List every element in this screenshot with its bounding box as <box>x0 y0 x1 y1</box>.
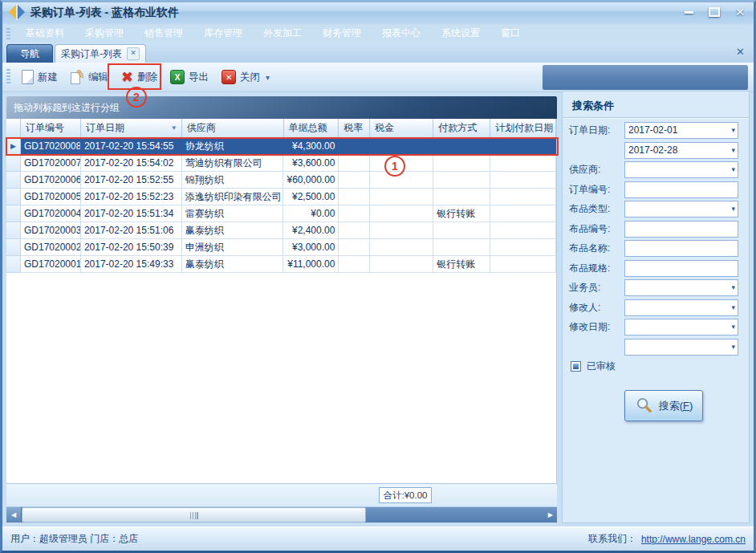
cell-tax[interactable] <box>370 239 433 256</box>
cell-planned_date[interactable] <box>490 256 556 273</box>
chevron-down-icon[interactable]: ▾ <box>266 73 270 82</box>
minimize-icon[interactable] <box>681 5 697 19</box>
cell-order_date[interactable]: 2017-02-20 15:51:34 <box>81 205 182 222</box>
combo-supplier[interactable]: ▾ <box>624 161 738 178</box>
cell-order_no[interactable]: GD17020006 <box>21 172 81 189</box>
cell-order_no[interactable]: GD17020007 <box>21 155 81 172</box>
menu-item-5[interactable]: 财务管理 <box>312 24 372 43</box>
cell-order_no[interactable]: GD17020001 <box>21 256 81 273</box>
cell-order_date[interactable]: 2017-02-20 15:54:02 <box>81 155 182 172</box>
chevron-down-icon[interactable]: ▾ <box>731 123 735 138</box>
panel-close-icon[interactable]: ✕ <box>736 46 745 58</box>
cell-order_date[interactable]: 2017-02-20 15:50:39 <box>81 239 182 256</box>
cell-total[interactable]: ¥0.00 <box>283 205 339 222</box>
audited-checkbox[interactable] <box>571 361 581 372</box>
cell-tax[interactable] <box>370 172 433 189</box>
menu-item-8[interactable]: 窗口 <box>490 24 530 43</box>
cell-tax[interactable] <box>370 189 433 205</box>
cell-order_date[interactable]: 2017-02-20 15:51:06 <box>81 222 182 239</box>
column-header-total[interactable]: 单据总额 <box>284 119 339 138</box>
cell-planned_date[interactable] <box>490 205 556 222</box>
cell-order_no[interactable]: GD17020008 <box>21 138 81 155</box>
column-header-tax[interactable]: 税金 <box>370 119 433 138</box>
cell-order_date[interactable]: 2017-02-20 15:49:33 <box>81 256 182 273</box>
group-by-bar[interactable]: 拖动列标题到这进行分组 <box>6 96 557 119</box>
table-row[interactable]: GD170200042017-02-20 15:51:34雷赛纺织¥0.00银行… <box>6 205 556 222</box>
input-fabric-name[interactable] <box>624 240 738 257</box>
cell-supplier[interactable]: 赢泰纺织 <box>182 256 284 273</box>
menu-item-2[interactable]: 销售管理 <box>134 24 193 43</box>
cell-supplier[interactable]: 莺迪纺织有限公司 <box>182 155 284 172</box>
cell-payment[interactable] <box>433 189 490 205</box>
search-button[interactable]: 搜索(F) <box>624 390 703 421</box>
combo-salesman[interactable]: ▾ <box>624 279 738 296</box>
cell-planned_date[interactable] <box>490 155 556 172</box>
delete-button[interactable]: ✖删除 <box>121 71 157 84</box>
menu-item-4[interactable]: 外发加工 <box>253 24 312 43</box>
table-row[interactable]: GD170200022017-02-20 15:50:39申洲纺织¥3,000.… <box>6 239 556 256</box>
chevron-down-icon[interactable]: ▾ <box>731 201 735 217</box>
audited-checkbox-row[interactable]: 已审核 <box>571 360 616 373</box>
cell-payment[interactable]: 银行转账 <box>433 205 490 222</box>
tab-close-icon[interactable]: ✕ <box>127 47 140 60</box>
cell-order_no[interactable]: GD17020002 <box>21 239 81 256</box>
cell-order_date[interactable]: 2017-02-20 15:52:55 <box>81 172 182 189</box>
cell-order_date[interactable]: 2017-02-20 15:54:55 <box>81 138 182 155</box>
cell-tax[interactable] <box>370 256 433 273</box>
menu-item-7[interactable]: 系统设置 <box>431 24 490 43</box>
combo-modify-date-to[interactable]: ▾ <box>624 339 738 356</box>
cell-total[interactable]: ¥3,600.00 <box>283 155 339 172</box>
cell-total[interactable]: ¥2,500.00 <box>283 189 339 205</box>
chevron-down-icon[interactable]: ▾ <box>731 319 735 335</box>
cell-planned_date[interactable] <box>490 222 556 239</box>
cell-total[interactable]: ¥60,000.00 <box>283 172 339 189</box>
column-header-supplier[interactable]: 供应商 <box>182 119 284 138</box>
table-row[interactable]: GD170200062017-02-20 15:52:55锦翔纺织¥60,000… <box>6 172 556 189</box>
cell-total[interactable]: ¥11,000.00 <box>283 256 339 273</box>
edit-button[interactable]: 编辑 <box>71 71 108 84</box>
export-button[interactable]: X导出 <box>170 70 209 84</box>
combo-order-date-from[interactable]: 2017-02-01▾ <box>624 122 738 139</box>
cell-payment[interactable] <box>433 222 490 239</box>
tab-purchase-order-list[interactable]: 采购订单-列表 ✕ <box>55 44 146 63</box>
scroll-right-icon[interactable]: ▶ <box>548 507 553 523</box>
cell-tax_rate[interactable] <box>339 239 370 256</box>
table-row[interactable]: GD170200052017-02-20 15:52:23添逸纺织印染有限公司¥… <box>6 189 556 205</box>
cell-supplier[interactable]: 添逸纺织印染有限公司 <box>182 189 284 205</box>
scrollbar-thumb[interactable] <box>22 507 366 523</box>
cell-total[interactable]: ¥3,000.00 <box>283 239 339 256</box>
column-header-payment[interactable]: 付款方式 <box>433 119 490 138</box>
cell-order_no[interactable]: GD17020003 <box>21 222 81 239</box>
combo-modify-date-from[interactable]: ▾ <box>624 319 738 335</box>
close-window-icon[interactable]: ✕ <box>732 5 748 19</box>
table-row[interactable]: ▶GD170200082017-02-20 15:54:55协龙纺织¥4,300… <box>6 138 556 155</box>
cell-total[interactable]: ¥4,300.00 <box>283 138 339 155</box>
table-row[interactable]: GD170200012017-02-20 15:49:33赢泰纺织¥11,000… <box>6 256 556 273</box>
cell-tax_rate[interactable] <box>339 138 370 155</box>
table-row[interactable]: GD170200072017-02-20 15:54:02莺迪纺织有限公司¥3,… <box>6 155 556 172</box>
cell-tax_rate[interactable] <box>339 172 370 189</box>
chevron-down-icon[interactable]: ▾ <box>731 280 735 295</box>
cell-order_no[interactable]: GD17020005 <box>21 189 81 205</box>
input-order-no[interactable] <box>624 181 738 198</box>
chevron-down-icon[interactable]: ▾ <box>731 162 735 177</box>
cell-supplier[interactable]: 雷赛纺织 <box>182 205 284 222</box>
cell-supplier[interactable]: 申洲纺织 <box>182 239 284 256</box>
maximize-icon[interactable] <box>706 5 722 19</box>
combo-fabric-type[interactable]: ▾ <box>624 201 738 218</box>
cell-planned_date[interactable] <box>490 172 556 189</box>
input-fabric-no[interactable] <box>624 221 738 238</box>
cell-payment[interactable] <box>433 155 490 172</box>
menu-item-0[interactable]: 基础资料 <box>15 24 75 43</box>
cell-tax[interactable] <box>370 222 433 239</box>
chevron-down-icon[interactable]: ▾ <box>731 340 735 355</box>
column-header-order_no[interactable]: 订单编号 <box>21 119 81 138</box>
cell-supplier[interactable]: 赢泰纺织 <box>182 222 284 239</box>
cell-tax[interactable] <box>370 138 433 155</box>
scroll-left-icon[interactable]: ◀ <box>6 507 22 523</box>
cell-tax[interactable] <box>370 155 433 172</box>
cell-payment[interactable]: 银行转账 <box>433 256 490 273</box>
cell-planned_date[interactable] <box>490 239 556 256</box>
combo-modifier[interactable]: ▾ <box>624 299 738 316</box>
cell-supplier[interactable]: 协龙纺织 <box>182 138 284 155</box>
